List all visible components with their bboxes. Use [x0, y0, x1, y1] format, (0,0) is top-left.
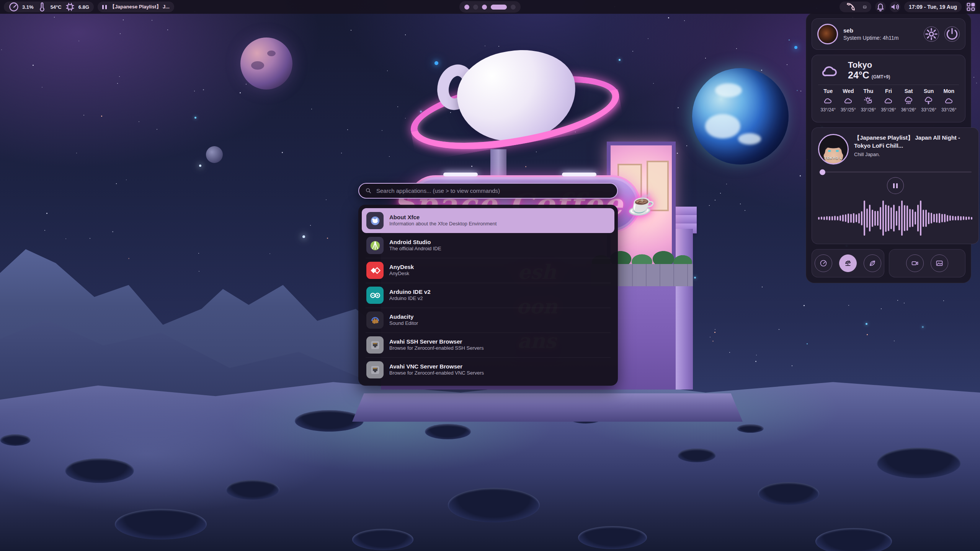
memory-usage: 6.8G — [78, 4, 89, 10]
leaf-icon — [869, 259, 876, 267]
bell-icon — [875, 2, 886, 12]
album-art: TOKYO L — [818, 134, 849, 165]
audio-visualizer — [818, 199, 972, 238]
app-description: Browse for Zeroconf-enabled SSH Servers — [389, 345, 483, 352]
search-bar[interactable] — [358, 183, 618, 199]
screenshot-button[interactable] — [931, 254, 948, 272]
weather-timezone: (GMT+9) — [872, 74, 890, 80]
avatar — [817, 24, 838, 44]
workspace-dot-4[interactable] — [491, 5, 507, 10]
rain-icon — [903, 96, 914, 105]
forecast-temps: 33°/26° — [861, 107, 876, 112]
notifications-button[interactable] — [875, 2, 886, 12]
app-row-avahi-vnc-server-browser[interactable]: Avahi VNC Server Browser Browse for Zero… — [362, 357, 614, 382]
app-name: Arduino IDE v2 — [389, 289, 431, 296]
sun-cloud-icon — [863, 96, 874, 105]
powersave-button[interactable] — [864, 254, 881, 272]
play-pause-button[interactable] — [887, 177, 904, 194]
app-row-avahi-ssh-server-browser[interactable]: Avahi SSH Server Browser Browse for Zero… — [362, 333, 614, 357]
clock-label: 17:09 - Tue, 19 Aug — [909, 4, 957, 10]
app-launcher: About Xfce Information about the Xfce De… — [358, 183, 618, 386]
workspace-dot-1[interactable] — [464, 5, 469, 10]
search-input[interactable] — [376, 187, 611, 194]
speedometer-icon — [8, 2, 19, 12]
forecast-day-tue: Tue 33°/24° — [818, 88, 838, 118]
screen-record-button[interactable] — [906, 254, 924, 272]
forecast-temps: 33°/26° — [921, 107, 936, 112]
xfce-app-icon — [366, 212, 384, 229]
cpu-temp: 54°C — [51, 4, 62, 10]
forecast-day-label: Sun — [924, 88, 934, 94]
forecast-day-label: Sat — [905, 88, 913, 94]
balanced-button[interactable] — [839, 254, 857, 272]
weather-icon — [818, 62, 842, 80]
app-name: Avahi SSH Server Browser — [389, 338, 483, 346]
seek-knob[interactable] — [820, 169, 825, 175]
workspace-indicator[interactable] — [459, 1, 521, 13]
tray-pill[interactable] — [840, 2, 871, 12]
pause-icon — [893, 183, 898, 188]
cloud-icon — [823, 96, 833, 105]
forecast-temps: 36°/26° — [901, 107, 916, 112]
app-list: About Xfce Information about the Xfce De… — [358, 205, 618, 386]
system-stats-pill[interactable]: 3.1% 54°C 6.8G — [4, 2, 94, 12]
app-description: Arduino IDE v2 — [389, 295, 431, 302]
forecast-day-label: Tue — [823, 88, 833, 94]
forecast-day-thu: Thu 33°/26° — [858, 88, 879, 118]
forecast-day-sat: Sat 36°/26° — [898, 88, 919, 118]
seek-bar[interactable] — [819, 171, 972, 173]
performance-button[interactable] — [815, 254, 832, 272]
speaker-icon — [890, 2, 900, 12]
android-studio-app-icon — [366, 237, 384, 254]
power-button[interactable] — [944, 26, 960, 42]
overview-button[interactable] — [965, 2, 976, 12]
track-subtitle: Chill Japan. — [854, 152, 972, 157]
forecast-day-label: Wed — [843, 88, 854, 94]
sign-cup-icon: ☕ — [627, 192, 654, 216]
app-name: Avahi VNC Server Browser — [389, 363, 484, 370]
app-row-anydesk[interactable]: AnyDesk AnyDesk — [362, 258, 614, 283]
anydesk-app-icon — [366, 262, 384, 279]
forecast-day-label: Fri — [885, 88, 892, 94]
earth-planet — [692, 68, 789, 165]
chip-icon — [65, 2, 75, 12]
uptime-label: System Uptime: 4h11m — [843, 35, 918, 41]
image-icon — [936, 259, 943, 267]
clock-pill[interactable]: 17:09 - Tue, 19 Aug — [904, 2, 962, 12]
media-pill[interactable]: 【Japanese Playlist】 J... — [98, 2, 174, 12]
power-profiles-card — [812, 249, 884, 277]
app-row-audacity[interactable]: Audacity Sound Editor — [362, 308, 614, 333]
settings-button[interactable] — [924, 26, 939, 42]
weather-city: Tokyo — [848, 60, 890, 70]
album-art-caption: TOKYO L — [819, 156, 848, 160]
pause-icon — [102, 5, 107, 9]
forecast-temps: 33°/24° — [820, 107, 836, 112]
app-name: Audacity — [389, 313, 418, 321]
app-name: Android Studio — [389, 239, 441, 246]
workspace-dot-5[interactable] — [511, 5, 516, 10]
grid-icon — [965, 2, 976, 12]
videocam-icon — [911, 259, 919, 267]
forecast-day-fri: Fri 35°/26° — [879, 88, 899, 118]
app-description: Sound Editor — [389, 320, 418, 327]
app-description: The official Android IDE — [389, 246, 441, 252]
volume-button[interactable] — [890, 2, 900, 12]
track-title: 【Japanese Playlist】 Japan All Night - To… — [854, 134, 972, 150]
workspace-dot-2[interactable] — [473, 5, 478, 10]
forecast-day-label: Mon — [943, 88, 954, 94]
forecast-day-sun: Sun 33°/26° — [919, 88, 939, 118]
scales-icon — [844, 259, 852, 267]
forecast-temps: 35°/26° — [881, 107, 896, 112]
thermometer-icon — [37, 2, 47, 12]
weather-temp: 24°C — [848, 70, 869, 81]
call-icon[interactable] — [844, 2, 858, 12]
app-row-arduino-ide-v2[interactable]: Arduino IDE v2 Arduino IDE v2 — [362, 283, 614, 308]
cloud-icon — [883, 96, 894, 105]
app-row-android-studio[interactable]: Android Studio The official Android IDE — [362, 233, 614, 258]
app-row-about-xfce[interactable]: About Xfce Information about the Xfce De… — [362, 208, 614, 233]
wallpaper-icon[interactable] — [863, 4, 867, 10]
forecast-row: Tue 33°/24°Wed 35°/25°Thu 33°/26°Fri 35°… — [818, 88, 959, 118]
cpu-usage: 3.1% — [22, 4, 34, 10]
forecast-day-mon: Mon 33°/26° — [939, 88, 959, 118]
workspace-dot-3[interactable] — [482, 5, 487, 10]
